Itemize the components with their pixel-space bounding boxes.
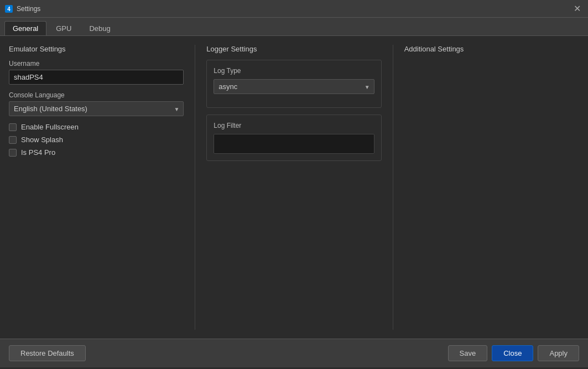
enable-fullscreen-row[interactable]: Enable Fullscreen [9,123,184,131]
console-language-select[interactable]: English (United States) French (France) … [9,101,184,116]
divider-2 [393,45,393,330]
close-button[interactable]: ✕ [570,2,584,15]
log-type-wrapper: async sync ▼ [214,79,374,94]
is-ps4-pro-label: Is PS4 Pro [21,148,55,157]
log-filter-box: Log Filter [206,115,381,161]
footer-buttons: Save Close Apply [448,345,579,361]
tab-gpu[interactable]: GPU [48,21,80,35]
footer-left: Restore Defaults [9,345,448,361]
footer: Restore Defaults Save Close Apply [0,339,588,367]
log-filter-label: Log Filter [214,122,374,129]
tab-debug[interactable]: Debug [81,21,118,35]
show-splash-row[interactable]: Show Splash [9,136,184,144]
additional-settings-panel: Additional Settings [404,45,579,330]
emulator-settings-title: Emulator Settings [9,45,184,53]
close-dialog-button[interactable]: Close [492,345,533,361]
show-splash-checkbox[interactable] [9,136,17,144]
svg-text:4: 4 [7,6,11,12]
titlebar-icon: 4 [4,4,13,13]
apply-button[interactable]: Apply [538,345,579,361]
titlebar: 4 Settings ✕ [0,0,588,18]
log-type-label: Log Type [214,67,374,75]
emulator-settings-panel: Emulator Settings Username Console Langu… [9,45,184,330]
divider-1 [195,45,195,330]
enable-fullscreen-label: Enable Fullscreen [21,123,79,131]
console-language-label: Console Language [9,91,184,99]
tab-general[interactable]: General [4,21,46,35]
additional-settings-title: Additional Settings [404,45,579,53]
log-filter-input[interactable] [214,134,374,154]
console-language-wrapper: English (United States) French (France) … [9,101,184,116]
is-ps4-pro-checkbox[interactable] [9,149,17,157]
log-type-select[interactable]: async sync [214,79,374,94]
is-ps4-pro-row[interactable]: Is PS4 Pro [9,148,184,157]
save-button[interactable]: Save [448,345,488,361]
enable-fullscreen-checkbox[interactable] [9,123,17,131]
logger-settings-title: Logger Settings [206,45,381,53]
log-type-box: Log Type async sync ▼ [206,60,381,108]
tab-bar: General GPU Debug [0,18,588,36]
main-content: Emulator Settings Username Console Langu… [0,36,588,339]
username-input[interactable] [9,70,184,85]
restore-defaults-button[interactable]: Restore Defaults [9,345,86,361]
show-splash-label: Show Splash [21,136,63,144]
logger-settings-panel: Logger Settings Log Type async sync ▼ Lo… [206,45,381,330]
window-title: Settings [17,5,570,13]
username-label: Username [9,60,184,67]
